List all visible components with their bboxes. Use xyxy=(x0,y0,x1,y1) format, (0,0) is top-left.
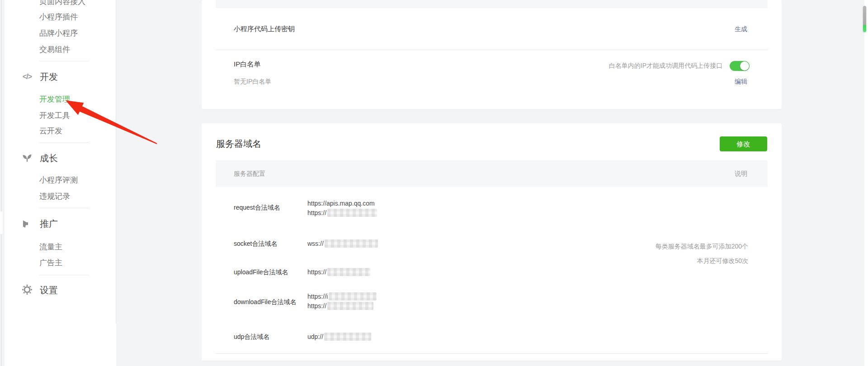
sidebar-item-mini-program-plugin[interactable]: 小程序插件 xyxy=(39,12,78,23)
sidebar-item-trade-component[interactable]: 交易组件 xyxy=(39,44,70,55)
row-divider xyxy=(216,353,768,354)
upload-key-card: 小程序代码上传密钥 生成 IP白名单 白名单内的IP才能成功调用代码上传接口 暂… xyxy=(202,0,782,109)
server-domain-card: 服务器域名 修改 服务器配置 说明 request合法域名 https://ap… xyxy=(202,123,782,361)
table-header-band-cut xyxy=(216,0,768,8)
sidebar-section-divider xyxy=(39,208,89,208)
domain-value-redacted: udp:// xyxy=(307,332,371,342)
socket-domain-values: wss:// xyxy=(307,239,378,249)
sidebar-item-traffic-owner[interactable]: 流量主 xyxy=(39,242,62,253)
right-scrollbar-thumb[interactable] xyxy=(863,6,866,32)
wechat-mp-console-page: 页面内容接入 小程序插件 品牌小程序 交易组件 </> 开发 开发管理 开发工具… xyxy=(0,0,868,366)
code-icon: </> xyxy=(21,71,33,83)
redaction-blur xyxy=(325,239,378,248)
redaction-blur xyxy=(327,268,370,276)
domain-value-redacted: wss:// xyxy=(307,239,378,249)
sidebar-section-divider xyxy=(39,142,89,143)
upload-key-label: 小程序代码上传密钥 xyxy=(234,24,295,33)
udp-domain-label: udp合法域名 xyxy=(234,332,269,341)
description-header: 说明 xyxy=(735,169,747,178)
gear-icon xyxy=(21,284,33,296)
domain-value-redacted: https:// xyxy=(307,208,377,218)
ip-whitelist-hint: 白名单内的IP才能成功调用代码上传接口 xyxy=(609,61,722,70)
request-domain-label: request合法域名 xyxy=(234,203,280,212)
sprout-icon xyxy=(21,153,33,164)
domain-value-redacted: https:// xyxy=(307,301,377,311)
sidebar-section-divider xyxy=(39,275,89,275)
uploadfile-domain-label: uploadFile合法域名 xyxy=(234,267,288,277)
toggle-knob xyxy=(740,61,749,70)
sidebar-item-dev-manage[interactable]: 开发管理 xyxy=(39,94,70,105)
domain-value-redacted: https:// xyxy=(307,267,370,277)
redaction-blur xyxy=(329,292,377,300)
sidebar-section-growth[interactable]: 成长 xyxy=(40,152,58,164)
sidebar-item-advertiser[interactable]: 广告主 xyxy=(39,258,62,268)
generate-key-link[interactable]: 生成 xyxy=(735,24,747,33)
ip-whitelist-toggle[interactable] xyxy=(730,61,750,71)
sidebar-section-divider xyxy=(39,61,89,61)
sidebar-section-promotion[interactable]: 推广 xyxy=(40,217,58,230)
sidebar-item-dev-tools[interactable]: 开发工具 xyxy=(39,110,70,121)
sidebar: 页面内容接入 小程序插件 品牌小程序 交易组件 </> 开发 开发管理 开发工具… xyxy=(5,0,116,366)
megaphone-icon xyxy=(21,218,33,230)
sidebar-item-violation-record[interactable]: 违规记录 xyxy=(39,191,70,202)
right-scrollbar-track[interactable] xyxy=(864,0,868,366)
sidebar-item-mp-evaluation[interactable]: 小程序评测 xyxy=(39,175,78,186)
left-scrollbar-thumb[interactable] xyxy=(0,211,3,234)
sidebar-item-brand-mini-program[interactable]: 品牌小程序 xyxy=(39,28,78,39)
sidebar-divider xyxy=(116,0,116,324)
domain-limit-note: 每类服务器域名最多可添加200个 xyxy=(656,242,748,251)
domain-value: https://apis.map.qq.com xyxy=(307,199,377,208)
downloadfile-domain-label: downloadFile合法域名 xyxy=(234,297,297,306)
modify-button[interactable]: 修改 xyxy=(720,136,767,151)
row-divider xyxy=(216,50,768,50)
server-domain-title: 服务器域名 xyxy=(216,137,261,150)
monthly-modify-note: 本月还可修改50次 xyxy=(697,256,748,265)
server-config-header: 服务器配置 xyxy=(234,169,265,178)
sidebar-item-cloud-dev[interactable]: 云开发 xyxy=(39,126,62,136)
uploadfile-domain-values: https:// xyxy=(307,267,370,277)
ip-whitelist-empty-text: 暂无IP白名单 xyxy=(234,77,271,86)
left-scrollbar-track[interactable] xyxy=(1,0,2,366)
redaction-blur xyxy=(327,209,377,217)
sidebar-item-page-content-access[interactable]: 页面内容接入 xyxy=(39,0,85,7)
redaction-blur xyxy=(327,302,373,310)
downloadfile-domain-values: https://i https:// xyxy=(307,292,377,311)
table-header-band: 服务器配置 说明 xyxy=(216,160,768,187)
redaction-blur xyxy=(324,333,371,341)
sidebar-section-dev[interactable]: 开发 xyxy=(40,70,58,83)
socket-domain-label: socket合法域名 xyxy=(234,239,277,248)
ip-whitelist-label: IP白名单 xyxy=(234,60,260,69)
udp-domain-values: udp:// xyxy=(307,332,371,342)
request-domain-values: https://apis.map.qq.com https:// xyxy=(307,199,377,218)
sidebar-section-settings[interactable]: 设置 xyxy=(40,284,58,296)
edit-whitelist-link[interactable]: 编辑 xyxy=(735,77,747,86)
domain-value-redacted: https://i xyxy=(307,292,377,301)
